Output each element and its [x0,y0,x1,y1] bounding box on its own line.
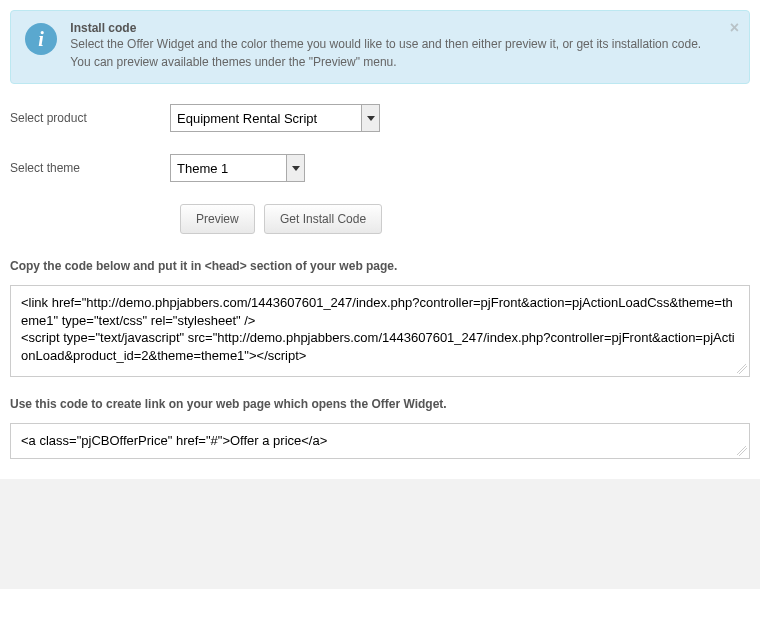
head-code-box[interactable]: <link href="http://demo.phpjabbers.com/1… [10,285,750,377]
product-select[interactable]: Equipment Rental Script [170,104,380,132]
info-icon: i [25,23,57,55]
head-code-label: Copy the code below and put it in <head>… [10,259,750,273]
theme-label: Select theme [10,161,170,175]
product-label: Select product [10,111,170,125]
info-title: Install code [70,21,720,35]
info-text: Select the Offer Widget and the color th… [70,35,720,71]
info-alert: × i Install code Select the Offer Widget… [10,10,750,84]
theme-select-wrap: Theme 1 [170,154,305,182]
get-install-code-button[interactable]: Get Install Code [264,204,382,234]
link-code-box[interactable]: <a class="pjCBOfferPrice" href="#">Offer… [10,423,750,459]
form-area: Select product Equipment Rental Script S… [0,94,760,234]
footer-space [0,479,760,589]
theme-select[interactable]: Theme 1 [170,154,305,182]
product-select-wrap: Equipment Rental Script [170,104,380,132]
close-icon[interactable]: × [730,19,739,37]
preview-button[interactable]: Preview [180,204,255,234]
link-code-label: Use this code to create link on your web… [10,397,750,411]
